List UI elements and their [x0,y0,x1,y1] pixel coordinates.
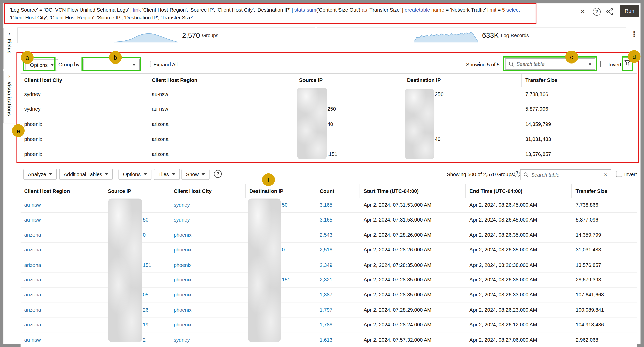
cell-client-host-city[interactable]: phoenix [170,318,246,332]
column-header-client-host-region[interactable]: Client Host Region [148,74,295,87]
cell-start-time: Apr 2, 2024, 07:31:53.000 AM [360,198,466,213]
cell-count[interactable]: 3,165 [316,198,360,213]
groups-count: 2,570 [182,31,200,40]
cell-transfer-size: 100,089,841 [572,303,637,318]
column-header-destination-ip[interactable]: Destination IP [403,74,522,87]
cell-transfer-size: 14,359,799 [522,117,637,132]
help-icon[interactable]: ? [593,8,601,16]
sidebar-tab-fields[interactable]: › Fields [3,28,15,69]
redaction-blur-destination-ip-top [405,89,434,159]
groups-sparkline [114,31,178,43]
column-header-source-ip[interactable]: Source IP [295,74,403,87]
invert-checkbox-top[interactable] [600,61,606,67]
close-icon[interactable]: ✕ [578,7,588,16]
column-header-count[interactable]: Count [316,184,360,198]
cell-transfer-size: 31,031,483 [572,243,637,258]
search-icon [523,172,529,177]
search-table-input-top[interactable] [516,61,585,67]
cell-count[interactable]: 2,543 [316,228,360,243]
info-icon[interactable]: i [514,171,520,178]
showing-count-top: Showing 5 of 5 [466,62,500,68]
cell-client-host-region[interactable]: au-nsw [21,213,104,228]
clear-search-icon[interactable]: ✕ [588,61,592,67]
cell-transfer-size: 107,641,668 [572,288,637,302]
cell-client-host-region[interactable]: au-nsw [21,333,104,347]
funnel-glyph [624,60,631,67]
cell-client-host-city[interactable]: phoenix [170,243,246,258]
chevron-down-icon [132,64,136,66]
cell-count[interactable]: 2,518 [316,243,360,258]
cell-count[interactable]: 1,613 [316,333,360,347]
search-table-input-bottom[interactable] [531,172,601,178]
additional-tables-label: Additional Tables [64,171,102,177]
column-header-transfer-size[interactable]: Transfer Size [572,184,637,198]
search-table-box-bottom[interactable]: ✕ [520,169,611,180]
kebab-menu-icon[interactable]: ⋮ [631,30,638,39]
sidebar-tab-visualizations[interactable]: › Visualizations [3,71,15,123]
query-segment: 'Log Source' = 'OCI VCN Flow Unified Sch… [10,7,133,13]
group-by-select[interactable] [84,59,140,71]
query-input[interactable]: 'Log Source' = 'OCI VCN Flow Unified Sch… [4,3,536,24]
showing-count-bottom: Showing 500 of 2,570 Groups [447,172,514,177]
column-header-end-time-utc-04-00[interactable]: End Time (UTC-04:00) [466,184,572,198]
column-header-client-host-city[interactable]: Client Host City [21,74,148,87]
column-header-start-time-utc-04-00[interactable]: Start Time (UTC-04:00) [360,184,466,198]
chevron-down-icon [49,173,52,175]
cell-count[interactable]: 1,797 [316,303,360,318]
options-label: Options [123,171,141,177]
cell-client-host-region[interactable]: arizona [21,243,104,258]
cell-client-host-city[interactable]: phoenix [170,288,246,302]
cell-end-time: Apr 2, 2024, 08:26:23.000 AM [466,303,572,318]
cell-client-host-region[interactable]: arizona [21,288,104,302]
cell-client-host-region[interactable]: arizona [21,273,104,288]
cell-client-host-city[interactable]: sydney [170,198,246,213]
help-icon[interactable]: ? [214,170,222,178]
cell-transfer-size: 31,031,483 [522,132,637,147]
cell-client-host-city[interactable]: phoenix [170,303,246,318]
cell-client-host-city[interactable]: phoenix [170,258,246,273]
cell-client-host-region[interactable]: arizona [21,318,104,332]
additional-tables-dropdown[interactable]: Additional Tables [59,169,113,180]
column-header-destination-ip[interactable]: Destination IP [246,184,316,198]
filter-icon[interactable] [624,60,632,69]
cell-client-host-region[interactable]: arizona [21,258,104,273]
column-header-client-host-city[interactable]: Client Host City [170,184,246,198]
redaction-blur-source-ip-bottom [108,198,142,342]
cell-end-time: Apr 2, 2024, 08:26:45.000 AM [466,213,572,228]
cell-count[interactable]: 1,788 [316,318,360,332]
column-header-transfer-size[interactable]: Transfer Size [522,74,637,87]
invert-checkbox-bottom[interactable] [616,171,622,177]
cell-count[interactable]: 1,887 [316,288,360,302]
cell-count[interactable]: 2,349 [316,258,360,273]
clear-search-icon[interactable]: ✕ [603,172,607,178]
cell-client-host-region[interactable]: arizona [21,303,104,318]
cell-client-host-region[interactable]: au-nsw [21,198,104,213]
chevron-right-icon: › [8,30,10,37]
cell-client-host-city[interactable]: sydney [170,213,246,228]
cell-count[interactable]: 2,321 [316,273,360,288]
analyze-dropdown[interactable]: Analyze [23,169,57,180]
column-header-client-host-region[interactable]: Client Host Region [21,184,104,198]
cell-start-time: Apr 2, 2024, 07:28:35.000 AM [360,288,466,302]
query-segment: 'Transfer Size' | [367,7,405,13]
tiles-dropdown[interactable]: Tiles [154,169,180,180]
cell-transfer-size: 7,738,866 [522,87,637,102]
cell-client-host-city[interactable]: phoenix [170,273,246,288]
share-icon[interactable] [606,8,613,15]
cell-client-host-city[interactable]: sydney [170,333,246,347]
cell-client-host-region[interactable]: arizona [21,228,104,243]
expand-all-checkbox[interactable] [145,61,151,67]
show-dropdown[interactable]: Show [181,169,209,180]
options-dropdown-bottom[interactable]: Options [118,169,151,180]
cell-count[interactable]: 3,165 [316,213,360,228]
run-button[interactable]: Run [620,5,639,17]
options-dropdown-top[interactable]: Options [25,59,58,70]
search-table-box-top[interactable]: ✕ [505,58,595,70]
group-by-label: Group by [58,62,79,68]
column-header-source-ip[interactable]: Source IP [104,184,170,198]
query-segment: ('Content Size Out') [316,7,362,13]
redaction-blur-source-ip-top [297,88,327,159]
analyze-label: Analyze [28,171,46,177]
cell-client-host-city[interactable]: phoenix [170,228,246,243]
table-header-row: Client Host RegionSource IPClient Host C… [21,184,637,198]
